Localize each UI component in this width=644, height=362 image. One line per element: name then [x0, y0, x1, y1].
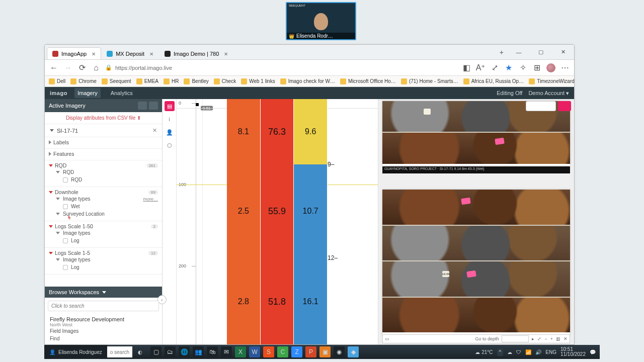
browser-tab[interactable]: MX Deposit✕	[101, 47, 159, 59]
favourite-item[interactable]: Africa EU, Russia Op…	[463, 78, 524, 84]
nav-back-button[interactable]: ←	[49, 63, 59, 73]
new-tab-button[interactable]: +	[496, 48, 508, 56]
app-blue-icon[interactable]: ◆	[348, 346, 359, 357]
group-header[interactable]: Logs Scale 1-502	[49, 223, 158, 229]
favourite-item[interactable]: Seequent	[102, 78, 131, 84]
crop-icon[interactable]: ▭	[385, 336, 389, 341]
sidebar-layout-icon[interactable]	[138, 102, 147, 110]
track-view[interactable]: 0 100200300 9.51 8.12.52.876.355.951.89.…	[177, 99, 378, 344]
window-minimize-button[interactable]: —	[508, 45, 530, 59]
app-orange-icon[interactable]: ▣	[319, 346, 331, 357]
data-segment[interactable]: 16.1	[294, 258, 327, 344]
layer-row[interactable]: RQD	[49, 176, 158, 184]
zoom-in-icon[interactable]: +	[550, 336, 553, 341]
csv-import-link[interactable]: Display attributes from CSV file ⬆	[45, 112, 162, 124]
layer-row[interactable]: Log	[49, 263, 158, 271]
more-menu-icon[interactable]: ⋯	[560, 63, 570, 73]
tab-close-icon[interactable]: ✕	[92, 51, 96, 57]
checkbox[interactable]	[63, 265, 68, 270]
word-icon[interactable]: W	[249, 346, 260, 357]
teams-icon[interactable]: 👥	[193, 346, 204, 357]
subgroup-header[interactable]: Surveyed Location	[49, 210, 158, 218]
drillhole-row[interactable]: SI-17-71 ✕	[45, 124, 162, 137]
favourite-item[interactable]: Bentley	[184, 78, 208, 84]
checkbox[interactable]	[63, 204, 68, 209]
favourite-item[interactable]: Web 1 links	[241, 78, 275, 84]
window-maximize-button[interactable]: ▢	[530, 45, 552, 59]
data-segment[interactable]: 10.7	[294, 164, 327, 258]
core-image-panel[interactable]: 9 14.6 GUAYNOPITA, SORO PROJECT · SI-17-…	[378, 99, 574, 344]
camtasia-icon[interactable]: C	[277, 346, 288, 357]
favourite-item[interactable]: HR	[164, 78, 179, 84]
zoom-icon[interactable]: Z	[291, 346, 302, 357]
powerpoint-icon[interactable]: P	[305, 346, 316, 357]
browser-tab[interactable]: ImagoApp✕	[47, 47, 101, 59]
collections-icon[interactable]: ✧	[518, 63, 528, 73]
image-action-button[interactable]	[558, 101, 571, 111]
favorite-star-icon[interactable]: ★	[504, 63, 514, 73]
workspace-item[interactable]: Firefly Resource Development North West …	[45, 314, 162, 344]
data-segment[interactable]: 8.1	[227, 99, 260, 164]
workspace-row[interactable]: Find	[50, 335, 157, 342]
text-size-icon[interactable]: A⁺	[475, 63, 486, 73]
group-header[interactable]: RQD261	[49, 162, 158, 168]
extensions-icon[interactable]: ⊞	[532, 63, 542, 73]
nav-home-button[interactable]: ⌂	[91, 63, 101, 73]
rail-view-button[interactable]: ▤	[165, 101, 175, 111]
data-segment[interactable]: 76.3	[261, 99, 294, 164]
security-icon[interactable]: 🛡	[516, 349, 521, 355]
store-icon[interactable]: 🛍	[207, 346, 218, 357]
favourite-item[interactable]: (71) Home - Smarts…	[401, 78, 458, 84]
workspace-search-input[interactable]	[48, 301, 159, 311]
notifications-icon[interactable]: 💬	[590, 349, 596, 355]
nav-tab-imagery[interactable]: Imagery	[74, 88, 101, 98]
favourite-item[interactable]: Microsoft Office Ho…	[340, 78, 396, 84]
excel-icon[interactable]: X	[235, 346, 246, 357]
wifi-icon[interactable]: 📶	[525, 349, 531, 355]
favourite-item[interactable]: Imago check for W…	[280, 78, 335, 84]
explorer-icon[interactable]: 🗂	[165, 346, 176, 357]
subgroup-header[interactable]: Image typesmore…	[49, 195, 158, 203]
nav-refresh-button[interactable]: ⟳	[77, 63, 87, 73]
favourite-item[interactable]: TimezoneWizard	[529, 78, 574, 84]
app-chrome-icon[interactable]: ◉	[334, 346, 345, 357]
group-header[interactable]: Features	[49, 151, 158, 157]
zoom-fit-icon[interactable]: ⤢	[537, 336, 541, 341]
favourite-item[interactable]: Check	[214, 78, 236, 84]
language-indicator[interactable]: ENG	[545, 349, 556, 355]
tray-chevron-icon[interactable]: ^	[497, 348, 504, 356]
favourite-item[interactable]: Dell	[49, 78, 65, 84]
onedrive-icon[interactable]: ☁	[507, 349, 512, 355]
subgroup-header[interactable]: Image types	[49, 256, 158, 263]
read-aloud-icon[interactable]: ◧	[461, 63, 471, 73]
nav-tab-analytics[interactable]: Analytics	[108, 88, 136, 98]
zoom-icon[interactable]: ⤢	[490, 63, 500, 73]
tab-close-icon[interactable]: ✕	[149, 51, 153, 57]
snagit-icon[interactable]: S	[263, 346, 274, 357]
more-link[interactable]: more…	[143, 197, 158, 202]
weather-widget[interactable]: ☁ 21°C	[475, 349, 493, 355]
close-panel-icon[interactable]: ✕	[564, 336, 568, 341]
editing-toggle[interactable]: Editing Off	[497, 90, 522, 96]
data-segment[interactable]: 9.6	[294, 99, 327, 164]
taskview-icon[interactable]: ▢	[150, 346, 162, 357]
sidebar-save-icon[interactable]	[149, 102, 158, 110]
sidebar-groups[interactable]: Labels Features RQD261 RQDRQD Downhole69…	[45, 137, 162, 287]
zoom-out-icon[interactable]: −	[544, 336, 547, 341]
checkbox[interactable]	[63, 238, 68, 243]
rail-info-button[interactable]: i	[165, 114, 175, 124]
group-header[interactable]: Downhole69	[49, 189, 158, 195]
volume-icon[interactable]: 🔊	[535, 349, 541, 355]
nav-forward-button[interactable]: →	[63, 63, 73, 73]
data-segment[interactable]: 51.8	[261, 258, 294, 344]
url-display[interactable]: 🔒 https://portal.imago.live	[105, 64, 172, 71]
account-menu[interactable]: Demo Account ▾	[528, 90, 569, 97]
image-selector[interactable]	[526, 101, 556, 111]
layer-row[interactable]: Log	[49, 237, 158, 244]
outlook-icon[interactable]: ✉	[221, 346, 232, 357]
tab-close-icon[interactable]: ✕	[224, 51, 228, 57]
data-segment[interactable]: 2.8	[227, 258, 260, 344]
subgroup-header[interactable]: RQD	[49, 168, 158, 176]
checkbox[interactable]	[63, 177, 68, 183]
rail-shape-button[interactable]: ⬡	[165, 140, 175, 150]
